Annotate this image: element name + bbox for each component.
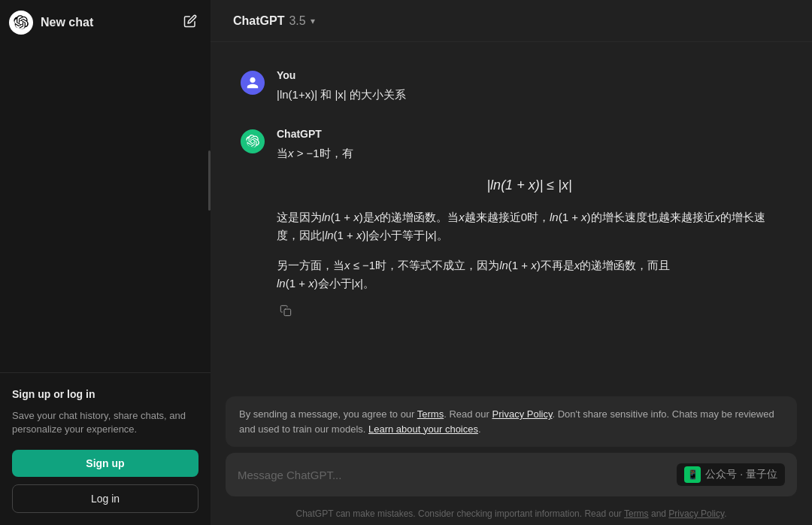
- footer-text-suffix: .: [724, 508, 726, 519]
- wechat-icon: 📱: [684, 466, 701, 483]
- sidebar-bottom: Sign up or log in Save your chat history…: [0, 372, 211, 525]
- watermark: 📱 公众号 · 量子位: [677, 463, 785, 486]
- footer-text-prefix: ChatGPT can make mistakes. Consider chec…: [296, 508, 624, 519]
- model-name: ChatGPT: [233, 14, 284, 28]
- footer-privacy-link[interactable]: Privacy Policy: [668, 508, 724, 519]
- assistant-message: ChatGPT 当x > −1时，有 |ln(1 + x)| ≤ |x| 这是因…: [211, 116, 812, 334]
- learn-choices-link[interactable]: Learn about your choices: [368, 423, 478, 435]
- assistant-sender-label: ChatGPT: [277, 128, 782, 140]
- input-placeholder[interactable]: Message ChatGPT...: [238, 469, 341, 481]
- user-avatar: [241, 71, 265, 95]
- watermark-text: 公众号 · 量子位: [705, 468, 777, 481]
- footer-text-mid: and: [649, 508, 669, 519]
- signup-prompt-desc: Save your chat history, share chats, and…: [12, 409, 198, 436]
- model-selector[interactable]: ChatGPT 3.5 ▾: [226, 10, 323, 32]
- footer: ChatGPT can make mistakes. Consider chec…: [211, 504, 812, 525]
- chat-messages: You |ln(1+x)| 和 |x| 的大小关系 ChatGPT 当x > −…: [211, 42, 812, 396]
- assistant-intro: 当x > −1时，有: [277, 144, 782, 162]
- chevron-down-icon: ▾: [311, 16, 315, 26]
- assistant-paragraph2: 另一方面，当x ≤ −1时，不等式不成立，因为ln(1 + x)不再是x的递增函…: [277, 256, 782, 293]
- chat-header: ChatGPT 3.5 ▾: [211, 0, 812, 42]
- assistant-paragraph1: 这是因为ln(1 + x)是x的递增函数。当x越来越接近0时，ln(1 + x)…: [277, 208, 782, 244]
- model-version: 3.5: [289, 14, 305, 28]
- signup-prompt-title: Sign up or log in: [12, 388, 198, 400]
- sidebar-scroll-area: [0, 45, 211, 372]
- assistant-message-content: ChatGPT 当x > −1时，有 |ln(1 + x)| ≤ |x| 这是因…: [277, 128, 782, 322]
- openai-logo: [9, 11, 33, 35]
- message-actions: [277, 302, 782, 322]
- disclaimer-box: By sending a message, you agree to our T…: [226, 396, 797, 447]
- user-sender-label: You: [277, 69, 782, 81]
- input-box: Message ChatGPT... 📱 公众号 · 量子位: [226, 453, 797, 496]
- terms-link[interactable]: Terms: [417, 408, 444, 420]
- input-area: Message ChatGPT... 📱 公众号 · 量子位: [211, 453, 812, 504]
- sidebar: New chat Sign up or log in Save your cha…: [0, 0, 211, 525]
- copy-button[interactable]: [277, 302, 295, 322]
- login-button[interactable]: Log in: [12, 484, 198, 513]
- sidebar-header: New chat: [0, 0, 211, 45]
- main-content: ChatGPT 3.5 ▾ You |ln(1+x)| 和 |x| 的大小关系: [211, 0, 812, 525]
- privacy-link[interactable]: Privacy Policy: [492, 408, 553, 420]
- sidebar-brand: New chat: [9, 11, 93, 35]
- user-message: You |ln(1+x)| 和 |x| 的大小关系: [211, 57, 812, 116]
- sidebar-title: New chat: [41, 16, 93, 29]
- disclaimer-text-suffix: .: [478, 423, 481, 435]
- user-message-text: |ln(1+x)| 和 |x| 的大小关系: [277, 86, 782, 104]
- svg-rect-0: [284, 309, 291, 316]
- signup-button[interactable]: Sign up: [12, 450, 198, 477]
- user-message-content: You |ln(1+x)| 和 |x| 的大小关系: [277, 69, 782, 104]
- assistant-avatar: [241, 129, 265, 153]
- math-formula: |ln(1 + x)| ≤ |x|: [277, 178, 782, 193]
- disclaimer-text-prefix: By sending a message, you agree to our: [239, 408, 417, 420]
- disclaimer-text-mid1: . Read our: [444, 408, 492, 420]
- footer-terms-link[interactable]: Terms: [624, 508, 649, 519]
- new-chat-button[interactable]: [179, 10, 201, 35]
